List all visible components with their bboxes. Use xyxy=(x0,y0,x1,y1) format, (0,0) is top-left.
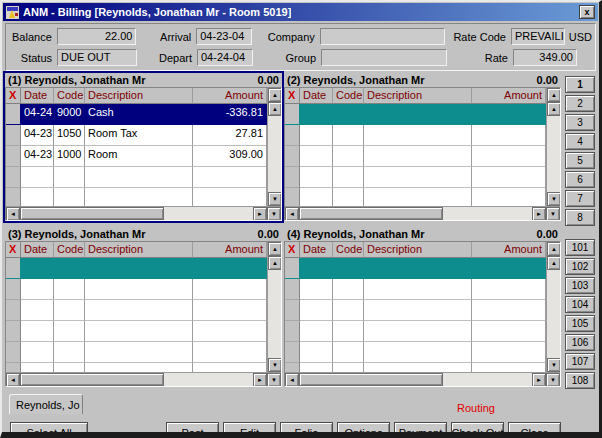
vertical-scrollbar[interactable]: ▲ ▲ ▼ xyxy=(267,242,281,372)
vertical-scrollbar[interactable]: ▲ ▲ ▼ xyxy=(267,88,281,206)
row-selector[interactable] xyxy=(285,279,300,300)
row-selector[interactable] xyxy=(6,188,21,206)
vertical-scrollbar[interactable]: ▲ ▲ ▼ xyxy=(546,242,560,372)
window-button-1[interactable]: 1 xyxy=(565,76,595,93)
window-button-103[interactable]: 103 xyxy=(565,277,595,294)
scroll-thumb-icon[interactable]: ▲ xyxy=(547,102,560,116)
column-header-x[interactable]: X xyxy=(6,242,21,258)
column-header-code[interactable]: Code xyxy=(333,88,364,104)
window-button-4[interactable]: 4 xyxy=(565,133,595,150)
payment-button[interactable]: Payment xyxy=(394,422,447,438)
edit-button[interactable]: Edit xyxy=(223,422,276,438)
window-button-104[interactable]: 104 xyxy=(565,296,595,313)
scroll-up-icon[interactable]: ▲ xyxy=(268,88,281,102)
table-row-empty[interactable] xyxy=(285,125,546,146)
table-row-empty[interactable] xyxy=(285,167,546,188)
scroll-track[interactable] xyxy=(20,373,253,386)
row-selector[interactable] xyxy=(6,321,21,342)
scroll-thumb[interactable] xyxy=(299,373,443,386)
scroll-right-icon[interactable]: ► xyxy=(253,373,267,387)
window-button-106[interactable]: 106 xyxy=(565,334,595,351)
window-button-107[interactable]: 107 xyxy=(565,353,595,370)
folio-pane-3[interactable]: (3) Reynolds, Jonathan Mr 0.00 X Date Co… xyxy=(5,227,282,387)
scroll-track[interactable] xyxy=(547,116,560,192)
row-selector[interactable] xyxy=(285,300,300,321)
row-selector[interactable] xyxy=(6,342,21,363)
table-row-empty-selected[interactable] xyxy=(6,258,267,279)
row-selector[interactable] xyxy=(6,258,21,279)
table-row-empty[interactable] xyxy=(6,279,267,300)
row-selector[interactable] xyxy=(285,125,300,146)
scroll-down-icon[interactable]: ▼ xyxy=(268,192,281,206)
folio-pane-2[interactable]: (2) Reynolds, Jonathan Mr 0.00 X Date Co… xyxy=(284,73,561,221)
folio-button[interactable]: Folio xyxy=(280,422,333,438)
row-selector[interactable] xyxy=(285,104,300,125)
close-button[interactable]: Close xyxy=(508,422,561,438)
scroll-thumb-icon[interactable]: ▲ xyxy=(268,256,281,270)
horizontal-scrollbar[interactable]: ◄ ► ▼ xyxy=(6,206,281,220)
row-selector[interactable] xyxy=(285,342,300,363)
column-header-description[interactable]: Description xyxy=(85,88,193,104)
column-header-x[interactable]: X xyxy=(285,88,300,104)
row-selector[interactable] xyxy=(285,321,300,342)
post-button[interactable]: Post xyxy=(166,422,219,438)
column-header-amount[interactable]: Amount xyxy=(193,242,267,258)
scroll-right-icon[interactable]: ► xyxy=(253,207,267,221)
scroll-track[interactable] xyxy=(268,116,281,192)
scroll-down-icon[interactable]: ▼ xyxy=(547,192,560,206)
window-button-6[interactable]: 6 xyxy=(565,171,595,188)
scroll-thumb[interactable] xyxy=(20,373,164,386)
table-row-empty[interactable] xyxy=(6,321,267,342)
row-selector[interactable] xyxy=(285,188,300,206)
table-row-empty[interactable] xyxy=(285,279,546,300)
table-row-empty-selected[interactable] xyxy=(285,104,546,125)
column-header-description[interactable]: Description xyxy=(364,88,472,104)
row-selector[interactable] xyxy=(285,167,300,188)
table-row-empty[interactable] xyxy=(285,363,546,372)
table-row-empty[interactable] xyxy=(285,188,546,206)
table-row-empty[interactable] xyxy=(6,188,267,206)
window-button-101[interactable]: 101 xyxy=(565,239,595,256)
horizontal-scrollbar[interactable]: ◄ ► ▼ xyxy=(285,206,560,220)
column-header-date[interactable]: Date xyxy=(300,242,333,258)
column-header-code[interactable]: Code xyxy=(54,242,85,258)
window-button-3[interactable]: 3 xyxy=(565,114,595,131)
row-selector[interactable] xyxy=(6,300,21,321)
scroll-thumb[interactable] xyxy=(299,207,443,220)
scroll-up-icon[interactable]: ▲ xyxy=(268,242,281,256)
scroll-up-icon[interactable]: ▲ xyxy=(547,242,560,256)
window-button-7[interactable]: 7 xyxy=(565,190,595,207)
column-header-x[interactable]: X xyxy=(285,242,300,258)
scroll-thumb-icon[interactable]: ▲ xyxy=(268,102,281,116)
window-button-105[interactable]: 105 xyxy=(565,315,595,332)
scroll-down-icon[interactable]: ▼ xyxy=(547,358,560,372)
select-all-button[interactable]: Select All xyxy=(10,422,88,438)
close-icon[interactable]: x xyxy=(579,5,595,19)
table-row-empty[interactable] xyxy=(6,342,267,363)
scroll-corner-icon[interactable]: ▼ xyxy=(546,373,560,387)
column-header-description[interactable]: Description xyxy=(364,242,472,258)
row-selector[interactable] xyxy=(6,146,21,167)
scroll-left-icon[interactable]: ◄ xyxy=(285,207,299,221)
scroll-corner-icon[interactable]: ▼ xyxy=(546,207,560,221)
table-row-empty[interactable] xyxy=(6,363,267,372)
table-row-selected[interactable]: 04-24 9000 Cash -336.81 xyxy=(6,104,267,125)
scroll-thumb-icon[interactable]: ▲ xyxy=(547,256,560,270)
folio-pane-4[interactable]: (4) Reynolds, Jonathan Mr 0.00 X Date Co… xyxy=(284,227,561,387)
table-row-empty[interactable] xyxy=(6,167,267,188)
table-row-empty[interactable] xyxy=(285,342,546,363)
column-header-amount[interactable]: Amount xyxy=(193,88,267,104)
table-row[interactable]: 04-23 1000 Room 309.00 xyxy=(6,146,267,167)
window-button-5[interactable]: 5 xyxy=(565,152,595,169)
row-selector[interactable] xyxy=(285,363,300,372)
window-button-2[interactable]: 2 xyxy=(565,95,595,112)
column-header-description[interactable]: Description xyxy=(85,242,193,258)
horizontal-scrollbar[interactable]: ◄ ► ▼ xyxy=(6,372,281,386)
column-header-date[interactable]: Date xyxy=(21,242,54,258)
column-header-amount[interactable]: Amount xyxy=(472,242,546,258)
row-selector[interactable] xyxy=(6,363,21,372)
row-selector[interactable] xyxy=(6,279,21,300)
horizontal-scrollbar[interactable]: ◄ ► ▼ xyxy=(285,372,560,386)
table-row-empty[interactable] xyxy=(285,146,546,167)
scroll-track[interactable] xyxy=(547,270,560,358)
